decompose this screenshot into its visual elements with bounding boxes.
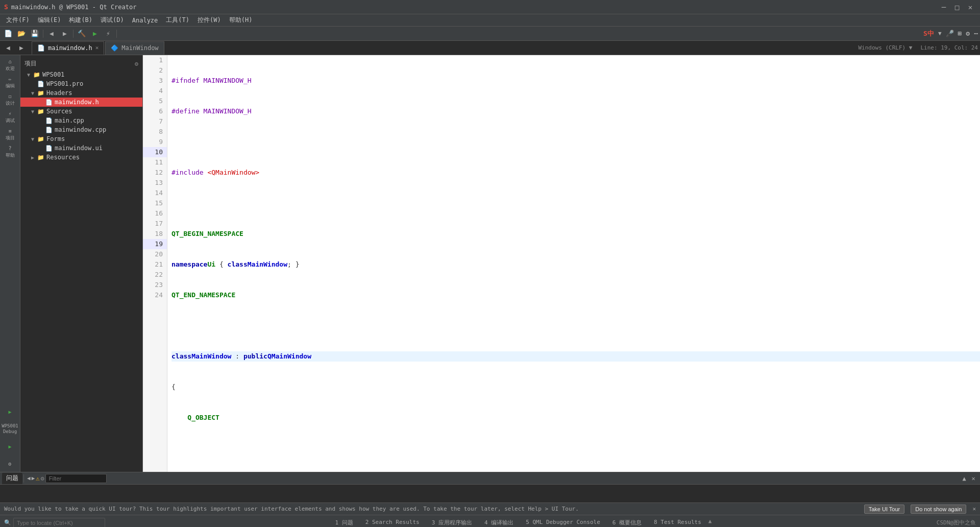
root-label: WPS001: [42, 71, 64, 78]
vb-tab-3[interactable]: 3 应用程序输出: [427, 518, 477, 527]
tree-filter-icon[interactable]: ⚙: [135, 60, 138, 67]
tree-forms-folder[interactable]: ▼ 📁 Forms: [20, 134, 142, 143]
code-line-9: [172, 321, 980, 331]
sidebar-item-run2[interactable]: ▶: [2, 438, 18, 454]
menu-build[interactable]: 构建(B): [65, 15, 96, 26]
filter-nav-left[interactable]: ◀: [27, 475, 31, 482]
status-close-btn[interactable]: ✕: [972, 506, 976, 512]
main-cpp-label: main.cpp: [55, 117, 84, 124]
forms-arrow: ▼: [29, 136, 37, 142]
sidebar-item-projects[interactable]: ≡ 项目: [2, 127, 18, 143]
menu-tools[interactable]: 工具(T): [162, 15, 193, 26]
toolbar: 📄 📂 💾 ◀ ▶ 🔨 ▶ ⚡ S中 ▼ 🎤 ⊞ ⚙ ⋯: [0, 27, 980, 41]
vb-tab-1[interactable]: 1 问题: [330, 518, 358, 527]
toolbar-grid: ⊞: [958, 30, 962, 37]
filter-nav-right[interactable]: ▶: [32, 475, 35, 482]
title-text: mainwindow.h @ WPS001 - Qt Creator: [11, 4, 137, 11]
tree-mainwindow-ui[interactable]: 📄 mainwindow.ui: [20, 143, 142, 153]
sidebar-item-debug[interactable]: ⚡ 调试: [2, 109, 18, 126]
code-lines[interactable]: #ifndef MAINWINDOW_H #define MAINWINDOW_…: [167, 55, 980, 472]
sidebar-item-settings[interactable]: ⚙: [2, 456, 18, 472]
line-num-18: 18: [143, 229, 167, 239]
tab-mainwindow-h[interactable]: 📄 mainwindow.h ✕: [32, 41, 104, 55]
toolbar-encoding: ▼: [938, 30, 942, 37]
bottom-tabs-right: ▲ ✕: [960, 474, 978, 483]
edit-label: 编辑: [6, 83, 15, 89]
menu-bar: 文件(F) 编辑(E) 构建(B) 调试(D) Analyze 工具(T) 控件…: [0, 14, 980, 27]
close-bottom-btn[interactable]: ✕: [969, 474, 978, 483]
toolbar-new[interactable]: 📄: [2, 28, 14, 39]
vb-tab-8[interactable]: 8 Test Results: [649, 518, 706, 527]
tree-mainwindow-h[interactable]: 📄 mainwindow.h: [20, 98, 142, 107]
toolbar-back[interactable]: ◀: [45, 28, 58, 39]
filter-icon[interactable]: ⚙: [40, 475, 44, 482]
line-num-22: 22: [143, 270, 167, 280]
take-tour-button[interactable]: Take UI Tour: [864, 505, 905, 514]
toolbar-save[interactable]: 💾: [29, 28, 41, 39]
menu-controls[interactable]: 控件(W): [193, 15, 225, 26]
minimize-button[interactable]: ─: [938, 2, 949, 13]
toolbar-forward[interactable]: ▶: [59, 28, 71, 39]
toolbar-build[interactable]: 🔨: [76, 28, 88, 39]
sidebar-item-design[interactable]: ◻ 设计: [2, 92, 18, 108]
line-num-21: 21: [143, 259, 167, 270]
collapse-bottom-btn[interactable]: ▲: [960, 474, 969, 483]
wps001pro-icon: 📄: [37, 81, 45, 87]
dont-show-button[interactable]: Do not show again: [911, 505, 966, 514]
bottom-tab-issues[interactable]: 问题: [2, 473, 22, 484]
debug-label: 调试: [6, 117, 15, 124]
locate-input[interactable]: [13, 518, 105, 528]
sidebar-item-welcome[interactable]: ⌂ 欢迎: [2, 57, 18, 74]
sidebar-item-run[interactable]: ▶: [2, 403, 18, 420]
toolbar-open[interactable]: 📂: [15, 28, 28, 39]
line-num-3: 3: [143, 76, 167, 86]
menu-analyze[interactable]: Analyze: [128, 16, 162, 25]
tab-icon-2: 🔷: [111, 44, 118, 52]
vb-tab-2[interactable]: 2 Search Results: [360, 518, 425, 527]
filter-input[interactable]: [45, 474, 107, 483]
line-num-11: 11: [143, 157, 167, 167]
tree-headers-folder[interactable]: ▼ 📁 Headers: [20, 88, 142, 98]
search-icon: 🔍: [4, 519, 11, 526]
menu-help[interactable]: 帮助(H): [225, 15, 257, 26]
very-bottom-tabs: 1 问题 2 Search Results 3 应用程序输出 4 编译输出 5 …: [330, 518, 712, 527]
sources-folder-icon: 📁: [37, 108, 45, 115]
code-editor[interactable]: 1 2 3 4 5 6 7 8 9 10 11 12 13 14 15 16 1…: [143, 55, 980, 472]
design-label: 设计: [6, 100, 15, 107]
menu-edit[interactable]: 编辑(E): [34, 15, 65, 26]
sidebar-item-help[interactable]: ? 帮助: [2, 144, 18, 160]
tab-nav-left[interactable]: ◀: [2, 42, 14, 54]
tab-nav-right[interactable]: ▶: [15, 42, 28, 54]
tree-main-cpp[interactable]: 📄 main.cpp: [20, 116, 142, 125]
toolbar-debug-run[interactable]: ⚡: [102, 28, 114, 39]
run-icon: ▶: [8, 409, 11, 415]
vb-tab-4[interactable]: 4 编译输出: [479, 518, 519, 527]
menu-file[interactable]: 文件(F): [2, 15, 34, 26]
tree-mainwindow-cpp[interactable]: 📄 mainwindow.cpp: [20, 125, 142, 134]
tabs-expand-icon[interactable]: ▲: [708, 518, 712, 527]
tab-mainwindow-class[interactable]: 🔷 MainWindow: [105, 41, 164, 55]
menu-debug[interactable]: 调试(D): [96, 15, 128, 26]
sidebar-item-edit[interactable]: ✏ 编辑: [2, 75, 18, 91]
left-sidebar: ⌂ 欢迎 ✏ 编辑 ◻ 设计 ⚡ 调试 ≡ 项目 ? 帮助 ▶ WPS001De…: [0, 55, 20, 472]
code-line-10: class MainWindow : public QMainWindow: [172, 351, 980, 362]
vb-tab-5[interactable]: 5 QML Debugger Console: [521, 518, 605, 527]
bottom-right-info: CSDN@图中之鱼: [937, 519, 976, 526]
tab-close-1[interactable]: ✕: [95, 44, 99, 51]
code-line-6: QT_BEGIN_NAMESPACE: [172, 229, 980, 239]
code-line-4: #include <QMainWindow>: [172, 167, 980, 178]
bottom-area: 问题 ◀ ▶ ⚠ ⚙ ▲ ✕: [0, 472, 980, 502]
tree-sources-folder[interactable]: ▼ 📁 Sources: [20, 107, 142, 116]
tree-resources-folder[interactable]: ▶ 📁 Resources: [20, 153, 142, 162]
tree-root[interactable]: ▼ 📁 WPS001: [20, 70, 142, 79]
close-button[interactable]: ✕: [965, 2, 976, 13]
tree-wps001pro[interactable]: 📄 WPS001.pro: [20, 79, 142, 88]
headers-folder-icon: 📁: [37, 90, 45, 97]
welcome-icon: ⌂: [8, 59, 11, 64]
line-numbers: 1 2 3 4 5 6 7 8 9 10 11 12 13 14 15 16 1…: [143, 55, 167, 472]
sidebar-item-build-debug[interactable]: WPS001Debug: [2, 421, 18, 437]
toolbar-run[interactable]: ▶: [89, 28, 101, 39]
maximize-button[interactable]: □: [951, 2, 963, 13]
vb-tab-6[interactable]: 6 概要信息: [607, 518, 647, 527]
status-text: Would you like to take a quick UI tour? …: [4, 506, 579, 512]
